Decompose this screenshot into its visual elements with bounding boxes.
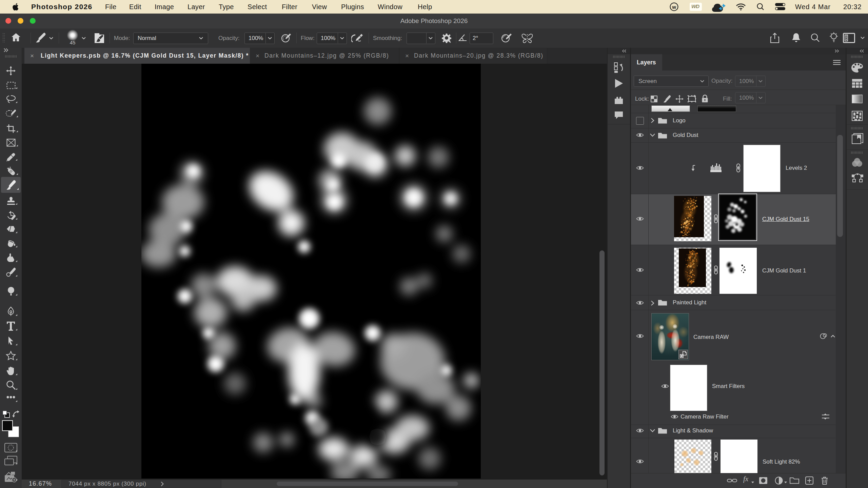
svg-text:w: w <box>672 4 676 10</box>
